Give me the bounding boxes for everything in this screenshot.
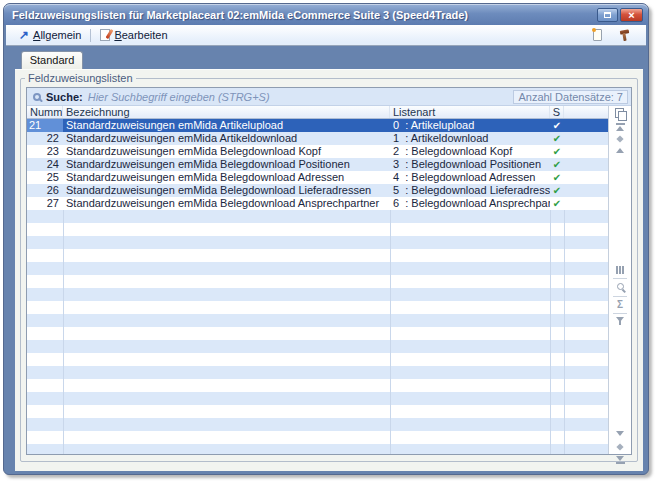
check-icon: ✔ xyxy=(550,171,564,184)
zoom-button[interactable] xyxy=(609,283,631,290)
edit-document-icon xyxy=(100,29,110,41)
allgemein-button[interactable]: ↗ Allgemein xyxy=(14,28,86,42)
check-icon: ✔ xyxy=(550,197,564,210)
scroll-to-bottom-button[interactable] xyxy=(609,456,631,464)
cell-listenart: 2 : Belegdownload Kopf xyxy=(390,145,550,158)
cell-bezeichnung: Standardzuweisungen emMida Artikeldownlo… xyxy=(63,132,390,145)
close-button[interactable]: × xyxy=(620,8,643,22)
toolbar: ↗ Allgemein Bearbeiten xyxy=(6,25,646,46)
column-header-filler xyxy=(564,106,609,118)
grid-line xyxy=(550,210,551,454)
table-row[interactable]: 21 Standardzuweisungen emMida Artikelupl… xyxy=(27,119,609,132)
cell-nummer: 21 xyxy=(27,119,63,132)
cell-bezeichnung: Standardzuweisungen emMida Artikelupload xyxy=(63,119,390,132)
cell-bezeichnung: Standardzuweisungen emMida Belegdownload… xyxy=(63,184,390,197)
search-icon xyxy=(33,93,41,101)
cell-listenart: 4 : Belegdownload Adressen xyxy=(390,171,550,184)
cell-nummer: 26 xyxy=(27,184,63,197)
nav-separator xyxy=(613,313,627,314)
record-count-badge: Anzahl Datensätze: 7 xyxy=(513,90,628,104)
column-chooser-button[interactable] xyxy=(609,266,631,274)
cell-bezeichnung: Standardzuweisungen emMida Belegdownload… xyxy=(63,145,390,158)
title-bar: Feldzuweisungslisten für Marketplaceart … xyxy=(4,4,648,25)
column-header-listenart[interactable]: Listenart xyxy=(390,106,550,118)
sum-button[interactable]: Σ xyxy=(609,300,631,309)
table-row[interactable]: 25 Standardzuweisungen emMida Belegdownl… xyxy=(27,171,609,184)
cell-nummer: 23 xyxy=(27,145,63,158)
restore-icon xyxy=(604,12,611,18)
check-icon: ✔ xyxy=(550,184,564,197)
search-input[interactable] xyxy=(88,90,514,104)
sum-icon: Σ xyxy=(617,300,623,309)
scroll-to-top-button[interactable] xyxy=(609,123,631,131)
row-down-button[interactable] xyxy=(609,431,631,436)
table-row[interactable]: 26 Standardzuweisungen emMida Belegdownl… xyxy=(27,184,609,197)
cell-listenart: 6 : Belegdownload Ansprechpartner xyxy=(390,197,550,210)
cell-listenart: 5 : Belegdownload Lieferadressen xyxy=(390,184,550,197)
check-icon: ✔ xyxy=(550,158,564,171)
table-row[interactable]: 23 Standardzuweisungen emMida Belegdownl… xyxy=(27,145,609,158)
close-icon: × xyxy=(628,10,634,20)
search-bar: Suche: Anzahl Datensätze: 7 xyxy=(27,88,631,106)
copy-button[interactable] xyxy=(609,108,631,120)
arrow-up-right-icon: ↗ xyxy=(19,30,29,41)
column-header-nummer[interactable]: Nummer xyxy=(27,106,63,118)
cell-nummer: 24 xyxy=(27,158,63,171)
feldzuweisungslisten-groupbox: Feldzuweisungslisten Suche: Anzahl Daten… xyxy=(20,78,638,462)
restore-button[interactable] xyxy=(597,8,618,22)
new-note-icon xyxy=(593,29,602,41)
nav-separator xyxy=(613,296,627,297)
row-up-button[interactable] xyxy=(609,148,631,153)
nav-separator xyxy=(613,278,627,279)
table-row[interactable]: 22 Standardzuweisungen emMida Artikeldow… xyxy=(27,132,609,145)
search-label: Suche: xyxy=(46,91,83,103)
column-header-bezeichnung[interactable]: Bezeichnung xyxy=(63,106,390,118)
page-down-button[interactable] xyxy=(609,444,631,450)
cell-bezeichnung: Standardzuweisungen emMida Belegdownload… xyxy=(63,197,390,210)
grid-rows: 21 Standardzuweisungen emMida Artikelupl… xyxy=(27,119,609,210)
grid-header: Nummer Bezeichnung Listenart S xyxy=(27,106,609,119)
app-window: Feldzuweisungslisten für Marketplaceart … xyxy=(3,3,649,475)
check-icon: ✔ xyxy=(550,132,564,145)
table-row[interactable]: 27 Standardzuweisungen emMida Belegdownl… xyxy=(27,197,609,210)
groupbox-label: Feldzuweisungslisten xyxy=(25,72,136,84)
data-grid: Nummer Bezeichnung Listenart S 21 Standa… xyxy=(27,106,609,454)
cell-filler xyxy=(564,158,609,171)
filter-icon xyxy=(616,317,625,326)
cell-nummer: 22 xyxy=(27,132,63,145)
grid-empty-area xyxy=(27,210,609,454)
cell-filler xyxy=(564,132,609,145)
cell-listenart: 3 : Belegdownload Positionen xyxy=(390,158,550,171)
tab-standard[interactable]: Standard xyxy=(21,51,83,69)
tools-button[interactable] xyxy=(613,28,638,43)
grid-panel: Suche: Anzahl Datensätze: 7 Nummer Bezei… xyxy=(26,87,632,455)
cell-bezeichnung: Standardzuweisungen emMida Belegdownload… xyxy=(63,158,390,171)
cell-bezeichnung: Standardzuweisungen emMida Belegdownload… xyxy=(63,171,390,184)
toolbar-separator xyxy=(90,29,91,42)
cell-filler xyxy=(564,119,609,132)
bearbeiten-label: Bearbeiten xyxy=(114,29,167,41)
cell-filler xyxy=(564,197,609,210)
page-up-button[interactable] xyxy=(609,136,631,142)
columns-icon xyxy=(616,266,624,274)
cell-filler xyxy=(564,171,609,184)
cell-nummer: 27 xyxy=(27,197,63,210)
copy-icon xyxy=(615,108,626,120)
hammer-icon xyxy=(618,29,631,42)
tab-page: Feldzuweisungslisten Suche: Anzahl Daten… xyxy=(15,69,643,471)
bearbeiten-button[interactable]: Bearbeiten xyxy=(95,28,172,42)
table-row[interactable]: 24 Standardzuweisungen emMida Belegdownl… xyxy=(27,158,609,171)
window-title: Feldzuweisungslisten für Marketplaceart … xyxy=(12,9,595,21)
cell-nummer: 25 xyxy=(27,171,63,184)
new-note-button[interactable] xyxy=(588,28,613,42)
cell-listenart: 0 : Artikelupload xyxy=(390,119,550,132)
grid-line xyxy=(564,210,565,454)
filter-button[interactable] xyxy=(609,317,631,326)
column-header-s[interactable]: S xyxy=(550,106,564,118)
grid-line xyxy=(63,210,64,454)
cell-filler xyxy=(564,145,609,158)
check-icon: ✔ xyxy=(550,145,564,158)
magnifier-icon xyxy=(617,283,624,290)
grid-nav-strip: Σ xyxy=(608,106,631,454)
grid-line xyxy=(390,210,391,454)
